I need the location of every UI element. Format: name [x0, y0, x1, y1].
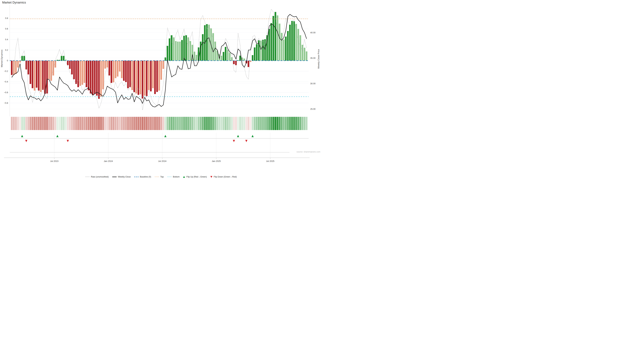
legend-item-raw: Raw (unsmoothed): [85, 176, 109, 178]
baseline-swatch: [134, 177, 138, 177]
bottom-swatch: [167, 177, 172, 177]
legend-label: Baseline (0): [140, 176, 151, 178]
page-title: Market Dynamics: [2, 1, 26, 4]
legend-label: Flip Down (Green→Red): [214, 176, 237, 178]
right-axis-title: Weekly Close Price: [317, 44, 320, 74]
svg-text:Jul 2025: Jul 2025: [266, 160, 274, 162]
svg-text:Jul 2024: Jul 2024: [158, 160, 166, 162]
legend-item-flip-down: Flip Down (Green→Red): [210, 176, 237, 178]
svg-text:−0.2: −0.2: [4, 70, 8, 72]
legend: Raw (unsmoothed) Weekly Close Baseline (…: [85, 176, 237, 178]
svg-text:30.00: 30.00: [310, 82, 316, 85]
svg-text:40.00: 40.00: [310, 31, 316, 34]
svg-text:Jan 2024: Jan 2024: [104, 160, 113, 162]
svg-text:−0.8: −0.8: [4, 102, 8, 104]
svg-text:−0.4: −0.4: [4, 81, 8, 83]
svg-text:0.6: 0.6: [5, 28, 8, 30]
dynamics-bars: [11, 12, 308, 99]
figure-market-dynamics: Market Dynamics Market Dynamics Weekly C…: [0, 0, 322, 181]
legend-label: Top: [160, 176, 164, 178]
svg-text:Jan 2025: Jan 2025: [212, 160, 221, 162]
legend-item-bottom: Bottom: [167, 176, 180, 178]
chart-canvas: 0.80.60.40.20−0.2−0.4−0.6−0.840.0035.003…: [0, 0, 322, 181]
svg-text:0.8: 0.8: [5, 17, 8, 19]
legend-label: Flip Up (Red→Green): [186, 176, 207, 178]
legend-label: Bottom: [173, 176, 180, 178]
svg-text:35.00: 35.00: [310, 57, 316, 59]
legend-item-weekly-close: Weekly Close: [112, 176, 131, 178]
top-swatch: [155, 177, 159, 177]
svg-text:0: 0: [7, 59, 8, 62]
svg-text:0.2: 0.2: [5, 49, 8, 51]
left-axis-title: Market Dynamics: [0, 43, 3, 73]
weekly-close-swatch: [112, 177, 116, 177]
dynamics-heatmap-strip: [11, 117, 308, 130]
svg-text:Jul 2023: Jul 2023: [50, 160, 58, 162]
legend-item-top: Top: [155, 176, 164, 178]
flip-up-triangle-icon: [183, 176, 185, 178]
legend-label: Weekly Close: [118, 176, 131, 178]
source-note: source: sharemaestro.com: [296, 151, 320, 153]
legend-item-flip-up: Flip Up (Red→Green): [183, 176, 207, 178]
flip-down-triangle-icon: [210, 176, 212, 178]
legend-item-baseline: Baseline (0): [134, 176, 151, 178]
flip-down-markers: [25, 140, 247, 142]
svg-text:0.4: 0.4: [5, 38, 8, 41]
svg-text:−0.6: −0.6: [4, 91, 8, 94]
svg-text:25.00: 25.00: [310, 108, 316, 110]
legend-label: Raw (unsmoothed): [91, 176, 109, 178]
raw-line-swatch: [85, 177, 90, 177]
flip-up-markers: [21, 135, 254, 137]
